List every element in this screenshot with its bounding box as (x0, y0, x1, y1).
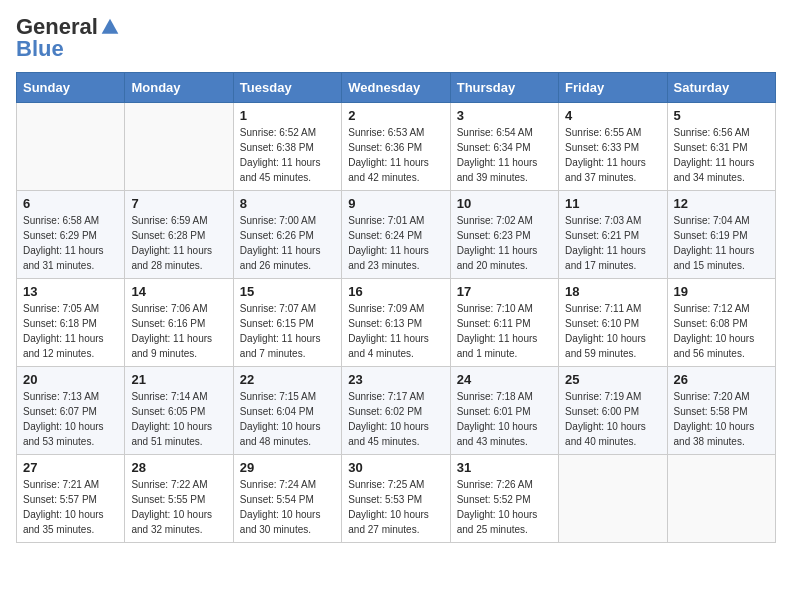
calendar-cell: 16Sunrise: 7:09 AMSunset: 6:13 PMDayligh… (342, 279, 450, 367)
day-number: 23 (348, 372, 443, 387)
day-number: 26 (674, 372, 769, 387)
calendar-cell: 6Sunrise: 6:58 AMSunset: 6:29 PMDaylight… (17, 191, 125, 279)
calendar-cell: 29Sunrise: 7:24 AMSunset: 5:54 PMDayligh… (233, 455, 341, 543)
day-detail: Sunrise: 6:55 AMSunset: 6:33 PMDaylight:… (565, 125, 660, 185)
calendar-cell: 14Sunrise: 7:06 AMSunset: 6:16 PMDayligh… (125, 279, 233, 367)
day-detail: Sunrise: 7:14 AMSunset: 6:05 PMDaylight:… (131, 389, 226, 449)
day-detail: Sunrise: 7:15 AMSunset: 6:04 PMDaylight:… (240, 389, 335, 449)
calendar-cell: 31Sunrise: 7:26 AMSunset: 5:52 PMDayligh… (450, 455, 558, 543)
calendar-cell (667, 455, 775, 543)
day-number: 21 (131, 372, 226, 387)
logo-blue-text: Blue (16, 38, 64, 60)
day-number: 19 (674, 284, 769, 299)
day-number: 2 (348, 108, 443, 123)
day-detail: Sunrise: 7:22 AMSunset: 5:55 PMDaylight:… (131, 477, 226, 537)
day-detail: Sunrise: 7:01 AMSunset: 6:24 PMDaylight:… (348, 213, 443, 273)
calendar-week-row: 1Sunrise: 6:52 AMSunset: 6:38 PMDaylight… (17, 103, 776, 191)
day-detail: Sunrise: 7:26 AMSunset: 5:52 PMDaylight:… (457, 477, 552, 537)
calendar-cell: 20Sunrise: 7:13 AMSunset: 6:07 PMDayligh… (17, 367, 125, 455)
day-detail: Sunrise: 6:58 AMSunset: 6:29 PMDaylight:… (23, 213, 118, 273)
calendar-cell: 1Sunrise: 6:52 AMSunset: 6:38 PMDaylight… (233, 103, 341, 191)
day-detail: Sunrise: 7:05 AMSunset: 6:18 PMDaylight:… (23, 301, 118, 361)
logo-icon (100, 17, 120, 37)
calendar-cell: 17Sunrise: 7:10 AMSunset: 6:11 PMDayligh… (450, 279, 558, 367)
day-detail: Sunrise: 7:18 AMSunset: 6:01 PMDaylight:… (457, 389, 552, 449)
day-detail: Sunrise: 7:12 AMSunset: 6:08 PMDaylight:… (674, 301, 769, 361)
day-detail: Sunrise: 6:52 AMSunset: 6:38 PMDaylight:… (240, 125, 335, 185)
calendar-cell: 15Sunrise: 7:07 AMSunset: 6:15 PMDayligh… (233, 279, 341, 367)
weekday-header: Sunday (17, 73, 125, 103)
day-number: 7 (131, 196, 226, 211)
calendar-cell (125, 103, 233, 191)
weekday-header: Tuesday (233, 73, 341, 103)
calendar-cell: 24Sunrise: 7:18 AMSunset: 6:01 PMDayligh… (450, 367, 558, 455)
day-number: 25 (565, 372, 660, 387)
day-detail: Sunrise: 6:53 AMSunset: 6:36 PMDaylight:… (348, 125, 443, 185)
calendar-cell: 4Sunrise: 6:55 AMSunset: 6:33 PMDaylight… (559, 103, 667, 191)
page-header: General Blue (16, 16, 776, 60)
day-number: 22 (240, 372, 335, 387)
weekday-header: Wednesday (342, 73, 450, 103)
day-detail: Sunrise: 7:17 AMSunset: 6:02 PMDaylight:… (348, 389, 443, 449)
day-detail: Sunrise: 7:09 AMSunset: 6:13 PMDaylight:… (348, 301, 443, 361)
calendar-cell: 11Sunrise: 7:03 AMSunset: 6:21 PMDayligh… (559, 191, 667, 279)
day-detail: Sunrise: 7:13 AMSunset: 6:07 PMDaylight:… (23, 389, 118, 449)
day-number: 11 (565, 196, 660, 211)
calendar-cell: 25Sunrise: 7:19 AMSunset: 6:00 PMDayligh… (559, 367, 667, 455)
day-number: 24 (457, 372, 552, 387)
calendar-cell: 18Sunrise: 7:11 AMSunset: 6:10 PMDayligh… (559, 279, 667, 367)
day-detail: Sunrise: 6:56 AMSunset: 6:31 PMDaylight:… (674, 125, 769, 185)
calendar-cell: 22Sunrise: 7:15 AMSunset: 6:04 PMDayligh… (233, 367, 341, 455)
day-number: 14 (131, 284, 226, 299)
calendar-cell (17, 103, 125, 191)
day-detail: Sunrise: 7:02 AMSunset: 6:23 PMDaylight:… (457, 213, 552, 273)
calendar-cell: 12Sunrise: 7:04 AMSunset: 6:19 PMDayligh… (667, 191, 775, 279)
day-detail: Sunrise: 7:03 AMSunset: 6:21 PMDaylight:… (565, 213, 660, 273)
day-number: 20 (23, 372, 118, 387)
day-number: 1 (240, 108, 335, 123)
calendar-week-row: 27Sunrise: 7:21 AMSunset: 5:57 PMDayligh… (17, 455, 776, 543)
day-detail: Sunrise: 7:10 AMSunset: 6:11 PMDaylight:… (457, 301, 552, 361)
day-detail: Sunrise: 7:06 AMSunset: 6:16 PMDaylight:… (131, 301, 226, 361)
day-number: 31 (457, 460, 552, 475)
day-detail: Sunrise: 7:21 AMSunset: 5:57 PMDaylight:… (23, 477, 118, 537)
calendar-week-row: 6Sunrise: 6:58 AMSunset: 6:29 PMDaylight… (17, 191, 776, 279)
calendar-cell: 26Sunrise: 7:20 AMSunset: 5:58 PMDayligh… (667, 367, 775, 455)
day-number: 27 (23, 460, 118, 475)
day-detail: Sunrise: 7:24 AMSunset: 5:54 PMDaylight:… (240, 477, 335, 537)
day-detail: Sunrise: 7:00 AMSunset: 6:26 PMDaylight:… (240, 213, 335, 273)
calendar-cell: 13Sunrise: 7:05 AMSunset: 6:18 PMDayligh… (17, 279, 125, 367)
logo: General Blue (16, 16, 120, 60)
day-number: 9 (348, 196, 443, 211)
day-detail: Sunrise: 7:20 AMSunset: 5:58 PMDaylight:… (674, 389, 769, 449)
calendar-cell: 7Sunrise: 6:59 AMSunset: 6:28 PMDaylight… (125, 191, 233, 279)
calendar-cell: 10Sunrise: 7:02 AMSunset: 6:23 PMDayligh… (450, 191, 558, 279)
calendar-cell: 27Sunrise: 7:21 AMSunset: 5:57 PMDayligh… (17, 455, 125, 543)
day-number: 13 (23, 284, 118, 299)
day-detail: Sunrise: 7:04 AMSunset: 6:19 PMDaylight:… (674, 213, 769, 273)
weekday-header: Friday (559, 73, 667, 103)
calendar-cell: 30Sunrise: 7:25 AMSunset: 5:53 PMDayligh… (342, 455, 450, 543)
day-detail: Sunrise: 6:59 AMSunset: 6:28 PMDaylight:… (131, 213, 226, 273)
calendar-week-row: 20Sunrise: 7:13 AMSunset: 6:07 PMDayligh… (17, 367, 776, 455)
day-number: 4 (565, 108, 660, 123)
logo-general-text: General (16, 16, 98, 38)
calendar-cell: 3Sunrise: 6:54 AMSunset: 6:34 PMDaylight… (450, 103, 558, 191)
calendar-cell: 19Sunrise: 7:12 AMSunset: 6:08 PMDayligh… (667, 279, 775, 367)
calendar-cell: 9Sunrise: 7:01 AMSunset: 6:24 PMDaylight… (342, 191, 450, 279)
day-detail: Sunrise: 7:11 AMSunset: 6:10 PMDaylight:… (565, 301, 660, 361)
svg-marker-0 (102, 19, 119, 34)
day-number: 30 (348, 460, 443, 475)
day-number: 18 (565, 284, 660, 299)
weekday-header: Saturday (667, 73, 775, 103)
calendar-cell: 21Sunrise: 7:14 AMSunset: 6:05 PMDayligh… (125, 367, 233, 455)
day-detail: Sunrise: 7:25 AMSunset: 5:53 PMDaylight:… (348, 477, 443, 537)
day-number: 5 (674, 108, 769, 123)
day-number: 15 (240, 284, 335, 299)
calendar-cell (559, 455, 667, 543)
calendar-cell: 8Sunrise: 7:00 AMSunset: 6:26 PMDaylight… (233, 191, 341, 279)
day-number: 8 (240, 196, 335, 211)
weekday-header-row: SundayMondayTuesdayWednesdayThursdayFrid… (17, 73, 776, 103)
day-number: 6 (23, 196, 118, 211)
calendar-cell: 28Sunrise: 7:22 AMSunset: 5:55 PMDayligh… (125, 455, 233, 543)
